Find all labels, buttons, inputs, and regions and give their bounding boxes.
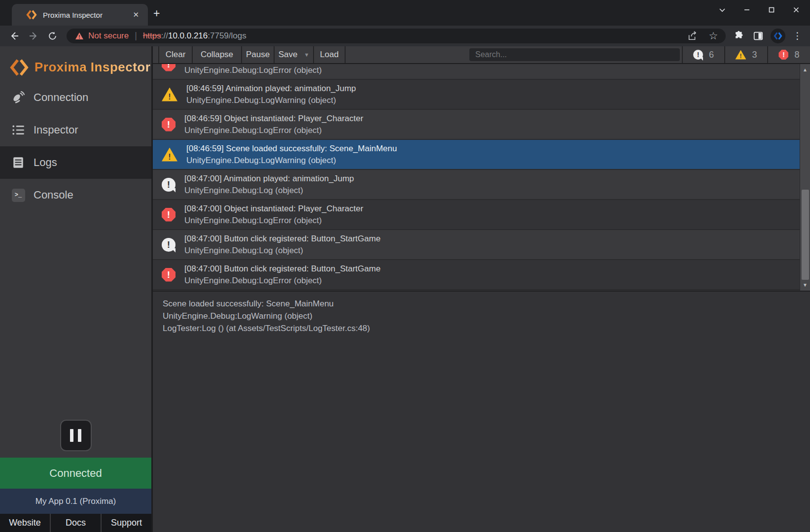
sidebar-item-console[interactable]: >_ Console bbox=[0, 179, 151, 211]
sidebar-item-label: Inspector bbox=[34, 124, 78, 136]
toolbar-spacer bbox=[346, 46, 469, 63]
browser-url-bar: Not secure | https://10.0.0.216:7759/log… bbox=[0, 26, 810, 46]
pause-stream-button[interactable] bbox=[60, 420, 92, 451]
log-message: [08:47:00] Button click registered: Butt… bbox=[184, 233, 381, 245]
url-scheme: https bbox=[143, 31, 161, 40]
warning-filter-toggle[interactable]: 3 bbox=[724, 46, 767, 63]
logs-panel: Clear Collapse Pause Save ▼ Load 6 3 bbox=[153, 46, 810, 532]
browser-menu-icon[interactable]: ⋮ bbox=[793, 33, 802, 39]
load-button[interactable]: Load bbox=[314, 46, 346, 63]
save-button[interactable]: Save ▼ bbox=[275, 46, 314, 63]
share-icon[interactable] bbox=[687, 31, 698, 41]
detail-stack-line: LogTester:Log () (at Assets/TestScripts/… bbox=[163, 322, 810, 334]
new-tab-button[interactable]: + bbox=[153, 8, 160, 19]
inspector-list-icon bbox=[11, 123, 26, 137]
footer-link-docs[interactable]: Docs bbox=[50, 514, 101, 532]
sidebar-item-label: Connection bbox=[34, 91, 88, 104]
log-stacktrace: UnityEngine.Debug:LogError (object) bbox=[184, 215, 363, 227]
log-message: [08:47:00] Animation played: animation_J… bbox=[184, 173, 354, 185]
browser-tab-strip: Proxima Inspector ✕ + bbox=[0, 0, 810, 26]
log-message: [08:47:00] Button click registered: Butt… bbox=[184, 263, 381, 275]
tab-close-icon[interactable]: ✕ bbox=[130, 9, 142, 20]
error-icon bbox=[778, 50, 788, 60]
brand-title: Proxima Inspector bbox=[35, 60, 150, 75]
console-terminal-icon: >_ bbox=[11, 188, 26, 202]
profile-avatar[interactable] bbox=[771, 29, 785, 43]
log-stacktrace: UnityEngine.Debug:LogError (object) bbox=[184, 275, 381, 287]
logs-toolbar: Clear Collapse Pause Save ▼ Load 6 3 bbox=[153, 46, 810, 64]
bookmark-star-icon[interactable]: ☆ bbox=[708, 31, 719, 41]
log-stacktrace: UnityEngine.Debug:LogWarning (object) bbox=[186, 95, 356, 106]
toolbar-pad bbox=[153, 46, 159, 63]
forward-button[interactable] bbox=[29, 31, 38, 41]
log-stacktrace: UnityEngine.Debug:LogWarning (object) bbox=[186, 155, 397, 166]
sidebar-item-label: Console bbox=[34, 189, 73, 201]
logs-document-icon bbox=[11, 155, 26, 170]
info-icon bbox=[162, 178, 176, 192]
log-row[interactable]: [08:46:59] Animation played: animation_J… bbox=[153, 80, 810, 110]
log-row-selected[interactable]: [08:46:59] Scene loaded successfully: Sc… bbox=[153, 140, 810, 170]
log-scrollbar[interactable]: ▲ ▼ bbox=[800, 64, 810, 291]
info-icon bbox=[162, 238, 176, 252]
detail-message: Scene loaded successfully: Scene_MainMen… bbox=[163, 298, 810, 310]
sidebar-item-logs[interactable]: Logs bbox=[0, 146, 151, 179]
address-bar[interactable]: Not secure | https://10.0.0.216:7759/log… bbox=[67, 29, 726, 43]
error-icon bbox=[162, 118, 176, 132]
save-label: Save bbox=[279, 50, 298, 60]
search-input[interactable] bbox=[469, 48, 680, 61]
info-filter-toggle[interactable]: 6 bbox=[682, 46, 724, 63]
sidebar-footer: Website Docs Support bbox=[0, 514, 151, 532]
save-dropdown-caret-icon[interactable]: ▼ bbox=[304, 52, 309, 58]
detail-stack-line: UnityEngine.Debug:LogWarning (object) bbox=[163, 310, 810, 322]
log-row[interactable]: [08:46:59] Object instantiated: Player_C… bbox=[153, 110, 810, 140]
connection-status-badge: Connected bbox=[0, 458, 151, 489]
info-count: 6 bbox=[709, 50, 714, 60]
pause-icon bbox=[78, 429, 81, 442]
back-button[interactable] bbox=[9, 31, 19, 41]
error-filter-toggle[interactable]: 8 bbox=[767, 46, 810, 63]
omnibox-separator: | bbox=[135, 31, 137, 41]
error-icon bbox=[162, 208, 176, 222]
footer-link-support[interactable]: Support bbox=[101, 514, 151, 532]
warning-icon bbox=[735, 50, 746, 60]
clear-button[interactable]: Clear bbox=[159, 46, 193, 63]
window-controls bbox=[718, 0, 810, 20]
log-message: [08:47:00] Object instantiated: Player_C… bbox=[184, 203, 363, 215]
close-window-button[interactable] bbox=[792, 6, 800, 14]
log-row[interactable]: [08:47:00] Button click registered: Butt… bbox=[153, 260, 810, 290]
scrollbar-thumb[interactable] bbox=[802, 190, 809, 280]
log-row[interactable]: [08:47:00] Animation played: animation_J… bbox=[153, 170, 810, 200]
footer-link-website[interactable]: Website bbox=[0, 514, 50, 532]
not-secure-label[interactable]: Not secure bbox=[88, 31, 129, 41]
maximize-button[interactable] bbox=[768, 6, 775, 14]
console-prompt-glyph: >_ bbox=[12, 189, 25, 202]
pause-button[interactable]: Pause bbox=[242, 46, 275, 63]
sidebar: Proxima Inspector Connection bbox=[0, 46, 153, 532]
url-host: 10.0.0.216 bbox=[168, 31, 208, 40]
side-panel-icon[interactable] bbox=[752, 30, 764, 42]
minimize-button[interactable] bbox=[743, 6, 751, 14]
sidebar-item-inspector[interactable]: Inspector bbox=[0, 114, 151, 146]
log-row[interactable]: UnityEngine.Debug:LogError (object) bbox=[153, 64, 810, 80]
collapse-button[interactable]: Collapse bbox=[193, 46, 242, 63]
tab-search-chevron-icon[interactable] bbox=[718, 6, 726, 14]
log-message: [08:46:59] Scene loaded successfully: Sc… bbox=[186, 143, 397, 155]
scrollbar-up-arrow-icon[interactable]: ▲ bbox=[800, 67, 810, 72]
extensions-puzzle-icon[interactable] bbox=[733, 30, 745, 42]
screen: Proxima Inspector ✕ + bbox=[0, 0, 810, 532]
sidebar-item-connection[interactable]: Connection bbox=[0, 81, 151, 114]
reload-button[interactable] bbox=[48, 31, 58, 41]
url-slashes: :// bbox=[161, 31, 168, 40]
error-count: 8 bbox=[794, 50, 799, 60]
warning-icon bbox=[162, 148, 177, 162]
log-message: [08:46:59] Object instantiated: Player_C… bbox=[184, 113, 363, 125]
log-row[interactable]: [08:47:00] Object instantiated: Player_C… bbox=[153, 200, 810, 230]
warning-count: 3 bbox=[752, 50, 757, 60]
log-row[interactable]: [08:47:00] Button click registered: Butt… bbox=[153, 230, 810, 260]
error-icon bbox=[162, 64, 176, 71]
log-message: [08:46:59] Animation played: animation_J… bbox=[186, 83, 356, 95]
browser-tab[interactable]: Proxima Inspector ✕ bbox=[12, 4, 148, 26]
info-icon bbox=[693, 50, 703, 60]
scrollbar-down-arrow-icon[interactable]: ▼ bbox=[800, 282, 810, 288]
sidebar-spacer bbox=[0, 211, 151, 420]
